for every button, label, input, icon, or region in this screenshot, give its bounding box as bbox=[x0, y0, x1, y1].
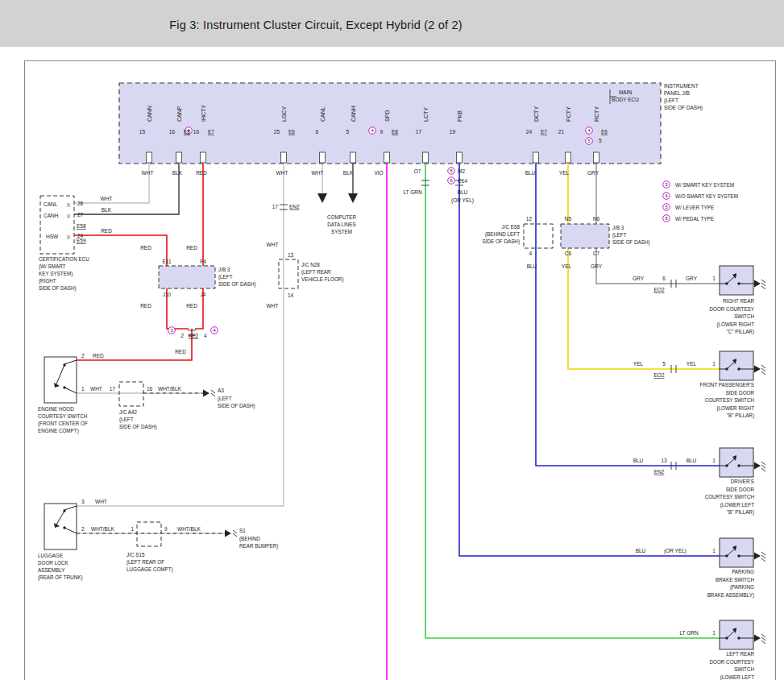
jb3l-red-in-left: RED bbox=[140, 245, 151, 251]
n28-pin-14: 14 bbox=[288, 292, 294, 298]
cert-connector-e59: E59 bbox=[77, 238, 86, 243]
jb3r-gry: GRY bbox=[591, 263, 603, 269]
ecu-pin-box bbox=[351, 152, 356, 163]
ecu-pin-signal: CANH bbox=[351, 106, 356, 122]
luggage-pin-3: 3 bbox=[81, 499, 85, 504]
ecu-pin-signal: LGCY bbox=[281, 106, 287, 122]
sw2-name-2: SIDE DOOR bbox=[726, 390, 755, 396]
sw5-name-3: SWITCH bbox=[734, 666, 754, 672]
hood-name-4: ENGINE COMPT) bbox=[38, 428, 79, 434]
sw4-name-2: BRAKE SWITCH bbox=[716, 577, 754, 583]
sw4-pin-1: 1 bbox=[712, 548, 716, 554]
s15-name-3: LUGGAGE COMPT) bbox=[127, 566, 173, 573]
sw2-connector-eo2: EO2 bbox=[653, 372, 664, 378]
rcty-pin-5: 5 bbox=[599, 138, 602, 143]
cert-pin-bracket-2: )( bbox=[67, 214, 70, 218]
sw3-name-3: COURTESY SWITCH bbox=[705, 494, 755, 500]
jb3r-pin-n5: N5 bbox=[565, 216, 572, 222]
wirecolor-lgcy: WHT bbox=[276, 170, 288, 176]
sw5-name-2: DOOR COURTESY bbox=[709, 659, 754, 665]
variant-rcty-b: 5 bbox=[587, 139, 590, 143]
ecu-pin-number: 16 bbox=[169, 129, 176, 135]
cert-pin-canl: CANL bbox=[44, 201, 58, 207]
cert-pin-bracket-3: )( bbox=[67, 234, 70, 239]
sw2-name-5: "B" PILLAR) bbox=[727, 413, 754, 419]
panel-jb-label-2: PANEL J/B bbox=[664, 90, 690, 96]
wirecolor-dcty: BLU bbox=[525, 170, 536, 176]
n28-wht-below: WHT bbox=[267, 303, 279, 309]
sw2-pin-1: 1 bbox=[712, 361, 716, 367]
main-ecu-name-2: BODY ECU bbox=[612, 97, 639, 102]
jb3r-pin-c6: C6 bbox=[565, 251, 572, 256]
ecu-pin-number: 16 bbox=[193, 129, 200, 135]
sw1-connector-eo2: EO2 bbox=[653, 287, 664, 292]
jb3l-name-1: J/B 3 bbox=[218, 267, 230, 272]
ae2-pin-2: 2 bbox=[180, 333, 184, 338]
ecu-pin-signal: CANN bbox=[147, 106, 152, 122]
ecu-pin-connector: E7 bbox=[208, 129, 214, 135]
jb3l-name-2: (LEFT bbox=[218, 274, 233, 280]
wirecolor-canl: WHT bbox=[312, 170, 324, 176]
sw2-name-4: (LOWER RIGHT bbox=[716, 405, 754, 412]
hood-pin-2: 2 bbox=[81, 353, 85, 359]
ecu-pin-signal: RCTY bbox=[594, 106, 599, 122]
sw5-name-1: LEFT REAR bbox=[726, 651, 754, 657]
ground-s1-label: S1 bbox=[239, 528, 246, 533]
sw3-blu-1: BLU bbox=[633, 458, 644, 463]
wirecolor-pkb: BLU bbox=[458, 189, 468, 195]
n28-name-2: (LEFT REAR bbox=[301, 269, 331, 276]
sw5-ltgrn: LT GRN bbox=[679, 630, 699, 636]
ecu-pin-signal: PCTY bbox=[566, 106, 571, 122]
panel-jb-label-3: (LEFT bbox=[664, 97, 678, 104]
hood-pin-1: 1 bbox=[81, 386, 85, 392]
ecu-pin-box bbox=[201, 152, 206, 163]
wirecolor-pcty: YEL bbox=[559, 170, 570, 176]
cert-name-2: (W/ SMART bbox=[39, 263, 66, 270]
ecu-pin-connector: E7 bbox=[541, 129, 547, 135]
sw5-name-4: (LOWER LEFT bbox=[720, 674, 754, 680]
sw1-gry-1: GRY bbox=[633, 276, 645, 281]
cert-pin-28: 28 bbox=[77, 201, 84, 206]
wirecolor-pkb-alt: (OR YEL) bbox=[451, 197, 474, 204]
ae2-red: RED bbox=[175, 349, 186, 355]
sw2-yel-1: YEL bbox=[633, 361, 644, 367]
cert-pin-27: 27 bbox=[77, 212, 84, 218]
e68-name-2: (BEHIND LEFT bbox=[485, 231, 520, 238]
n28-pin-13: 13 bbox=[288, 252, 294, 258]
ground-a3-loc-2: SIDE OF DASH) bbox=[218, 403, 255, 409]
sw3-name-2: SIDE DOOR bbox=[726, 487, 755, 492]
luggage-name-1: LUGGAGE bbox=[38, 553, 63, 558]
ecu-pin-box bbox=[320, 152, 326, 163]
sw2-name-1: FRONT PASSENGER'S bbox=[700, 382, 754, 388]
ecu-pin-signal: CANL bbox=[320, 106, 326, 122]
sw1-name-1: RIGHT REAR bbox=[723, 298, 754, 304]
wirecolor-canh: BLK bbox=[343, 170, 354, 176]
ecu-pin-number: 5 bbox=[346, 129, 349, 135]
ground-s1-loc-2: REAR BUMPER) bbox=[239, 543, 278, 549]
luggage-whtblk-2: WHT/BLK bbox=[177, 526, 201, 532]
engine-hood-switch-box bbox=[44, 357, 77, 403]
jb3l-red-out-left: RED bbox=[140, 303, 151, 309]
s15-name-2: (LEFT REAR OF bbox=[127, 559, 164, 566]
s15-pin-9: 9 bbox=[164, 526, 168, 532]
variant-pkb-m2: 5 bbox=[450, 168, 452, 173]
luggage-wht: WHT bbox=[95, 499, 107, 504]
jb3-right-box bbox=[561, 224, 609, 248]
ecu-pin-signal: CANP bbox=[176, 106, 182, 122]
driver-switch-box bbox=[720, 448, 753, 477]
e68-name-1: J/C E68 bbox=[502, 224, 521, 230]
wirecolor-lcty: LT GRN bbox=[403, 189, 422, 195]
en2-pin-17: 17 bbox=[272, 204, 279, 209]
cert-wire-blk: BLK bbox=[102, 207, 112, 213]
jb3l-red-out-right: RED bbox=[186, 303, 197, 309]
cert-name-4: (RIGHT bbox=[39, 278, 56, 284]
pkb-connector-m2: M2 bbox=[458, 168, 465, 174]
n28-wht-above: WHT bbox=[267, 242, 279, 247]
lcty-connector-o7: O7 bbox=[414, 168, 421, 174]
a42-name-3: SIDE OF DASH) bbox=[119, 424, 157, 430]
sw3-blu-2: BLU bbox=[687, 458, 697, 463]
ecu-pin-box bbox=[566, 152, 571, 163]
figure-title: Fig 3: Instrument Cluster Circuit, Excep… bbox=[169, 19, 463, 31]
ecu-pin-number: 6 bbox=[315, 129, 318, 135]
sw4-name-4: BRAKE ASSEMBLY) bbox=[707, 592, 754, 599]
